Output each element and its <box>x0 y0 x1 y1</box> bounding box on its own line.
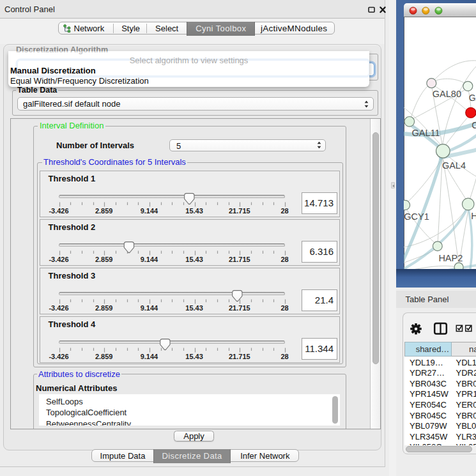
svg-text:H: H <box>471 211 476 221</box>
svg-text:C: C <box>472 120 476 130</box>
svg-text:GCY1: GCY1 <box>404 211 429 222</box>
svg-text:GAL11: GAL11 <box>412 128 440 138</box>
svg-text:GA: GA <box>469 93 476 103</box>
svg-text:GAL80: GAL80 <box>433 89 461 99</box>
svg-text:GAL4: GAL4 <box>442 160 466 171</box>
svg-text:HAP2: HAP2 <box>438 253 463 263</box>
